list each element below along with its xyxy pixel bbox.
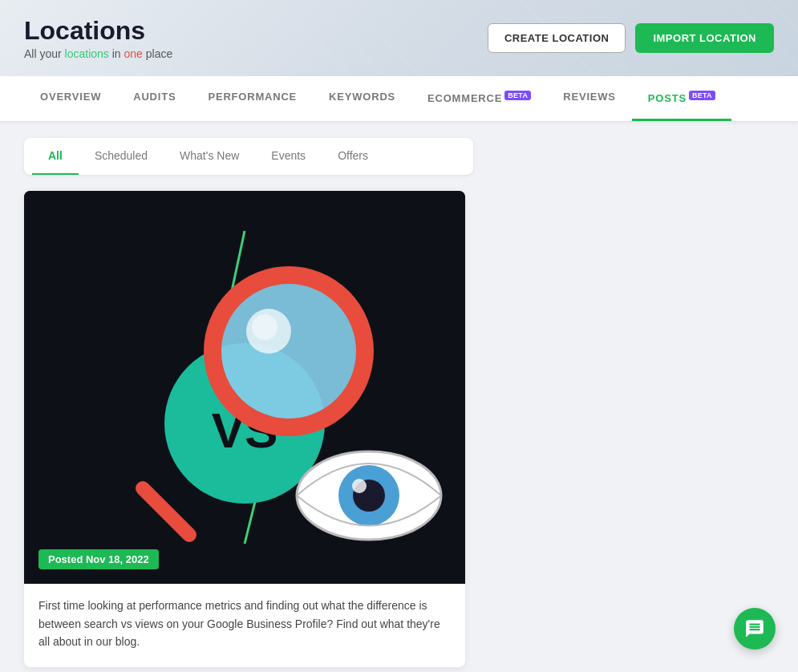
subtitle-one: one xyxy=(124,47,143,60)
chat-support-button[interactable] xyxy=(734,608,776,650)
subtab-offers[interactable]: Offers xyxy=(322,138,384,175)
tab-keywords[interactable]: KEYWORDS xyxy=(313,76,411,121)
main-content: All Scheduled What's New Events Offers xyxy=(0,122,798,672)
post-date-badge: Posted Nov 18, 2022 xyxy=(38,549,159,569)
svg-point-10 xyxy=(252,314,277,340)
subtab-scheduled[interactable]: Scheduled xyxy=(79,138,164,175)
post-description: First time looking at performance metric… xyxy=(24,584,465,666)
header-left: Locations All your locations in one plac… xyxy=(24,16,172,60)
create-location-button[interactable]: CREATE LOCATION xyxy=(488,23,626,53)
svg-point-14 xyxy=(352,479,367,493)
page-title: Locations xyxy=(24,16,172,46)
subtab-events[interactable]: Events xyxy=(255,138,322,175)
subtab-whats-new[interactable]: What's New xyxy=(164,138,255,175)
tab-performance[interactable]: PERFORMANCE xyxy=(192,76,313,121)
main-nav: OVERVIEW AUDITS PERFORMANCE KEYWORDS ECO… xyxy=(0,76,798,122)
tab-ecommerce[interactable]: ECOMMERCEBETA xyxy=(411,76,547,121)
page-header: Locations All your locations in one plac… xyxy=(0,0,798,76)
post-image: VS xyxy=(24,191,465,584)
header-actions: CREATE LOCATION IMPORT LOCATION xyxy=(488,23,774,53)
import-location-button[interactable]: IMPORT LOCATION xyxy=(635,23,774,53)
posts-subtabs: All Scheduled What's New Events Offers xyxy=(24,138,473,175)
ecommerce-beta-badge: BETA xyxy=(504,91,531,100)
tab-posts[interactable]: POSTSBETA xyxy=(632,76,731,121)
page-subtitle: All your locations in one place xyxy=(24,47,172,60)
subtab-all[interactable]: All xyxy=(32,138,79,175)
post-card: VS xyxy=(24,191,465,666)
chat-icon xyxy=(744,618,765,639)
post-illustration: VS xyxy=(24,191,465,584)
subtitle-locations: locations xyxy=(65,47,109,60)
tab-reviews[interactable]: REVIEWS xyxy=(547,76,632,121)
posts-beta-badge: BETA xyxy=(689,91,715,100)
tab-audits[interactable]: AUDITS xyxy=(117,76,192,121)
tab-overview[interactable]: OVERVIEW xyxy=(24,76,117,121)
